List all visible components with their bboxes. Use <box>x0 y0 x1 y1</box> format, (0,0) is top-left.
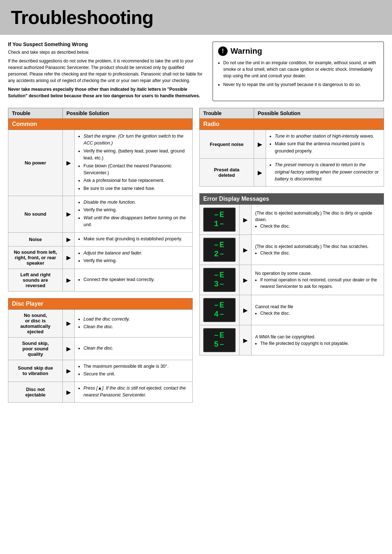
right-tables: Trouble Possible Solution Radio Frequent… <box>199 108 384 362</box>
disc-label: Disc Player <box>8 298 193 309</box>
radio-table: Trouble Possible Solution Radio Frequent… <box>199 108 384 187</box>
error-code-e3: –E 3– <box>200 265 240 295</box>
error-code-e5: –E 5– <box>200 325 240 355</box>
error-desc-e5: A WMA file can be copyrighted. The file … <box>252 325 384 355</box>
table-row: No sound,or disc isautomaticallyejected … <box>8 309 193 337</box>
error-desc-e4: Cannot read the file Check the disc. <box>252 295 384 325</box>
trouble-label-noise: Noise <box>8 232 63 246</box>
table-row: –E 2– ▶ (The disc is ejected automatical… <box>200 235 384 265</box>
warning-item-1: Do not use the unit in an irregular cond… <box>223 60 378 79</box>
sol-item: Clean the disc. <box>83 324 114 329</box>
sol-item: Adjust the balance and fader. <box>83 250 142 256</box>
warning-icon: ! <box>218 46 228 56</box>
solution-sound-skip: Clean the disc. <box>75 337 193 360</box>
led-display-e4: –E 4– <box>203 298 236 322</box>
table-row: No sound from left, right, front, or rea… <box>8 246 193 269</box>
sol-item: The preset memory is cleared to return t… <box>275 162 379 182</box>
trouble-label-reversed: Left and rightsounds arereversed <box>8 269 63 291</box>
arrow-icon: ▶ <box>63 269 75 291</box>
arrow-icon: ▶ <box>63 360 75 382</box>
error-code-e2: –E 2– <box>200 235 240 265</box>
sol-item: Check the disc. <box>260 310 380 317</box>
warning-title: ! Warning <box>218 46 378 56</box>
arrow-icon: ▶ <box>63 309 75 337</box>
sol-item: Verify the wiring. (battery lead, power … <box>83 148 189 162</box>
radio-table-header: Trouble Possible Solution <box>200 108 384 119</box>
intro-left: If You Suspect Something Wrong Check and… <box>8 41 204 101</box>
sol-item: Verify the wiring. <box>83 207 189 213</box>
solution-no-sound: Disable the mute function. Verify the wi… <box>75 196 193 233</box>
table-row: Left and rightsounds arereversed ▶ Conne… <box>8 269 193 291</box>
arrow-icon: ▶ <box>63 382 75 403</box>
trouble-label-sound-vibration: Sound skip dueto vibration <box>8 360 63 382</box>
common-table: Trouble Possible Solution Common No powe… <box>8 108 193 292</box>
error-code-e1: –E 1– <box>200 205 240 235</box>
trouble-label-disc-eject: Disc notejectable <box>8 382 63 403</box>
warning-list: Do not use the unit in an irregular cond… <box>218 60 378 88</box>
solution-disc-no-sound: Load the disc correctly. Clean the disc. <box>75 309 193 337</box>
page-title: Troubleshooting <box>11 7 381 28</box>
arrow-icon: ▶ <box>63 130 75 196</box>
intro-para2: If the described suggestions do not solv… <box>8 58 204 84</box>
error-table: Error Display Messages –E 1– ▶ (The disc… <box>199 193 384 355</box>
page: Troubleshooting If You Suspect Something… <box>0 0 392 417</box>
sol-item: Start the engine. (Or turn the ignition … <box>83 134 183 146</box>
table-row: –E 4– ▶ Cannot read the file Check the d… <box>200 295 384 325</box>
arrow-icon: ▶ <box>240 205 252 235</box>
error-desc-e1: (The disc is ejected automatically.) The… <box>252 205 384 235</box>
left-tables: Trouble Possible Solution Common No powe… <box>8 108 193 409</box>
radio-label: Radio <box>200 119 384 130</box>
common-table-header: Trouble Possible Solution <box>8 108 193 119</box>
solution-no-power: Start the engine. (Or turn the ignition … <box>75 130 193 196</box>
table-row: Sound skip dueto vibration ▶ The maximum… <box>8 360 193 382</box>
sol-item: The file protected by copyright is not p… <box>260 340 380 347</box>
solution-frequent-noise: Tune in to another station of high-inten… <box>266 130 384 159</box>
table-row: No sound ▶ Disable the mute function. Ve… <box>8 196 193 233</box>
arrow-icon: ▶ <box>240 235 252 265</box>
solution-col-header: Possible Solution <box>63 108 193 119</box>
bold-warning: Never take measures especially those oth… <box>8 86 204 99</box>
error-desc-e3: No operation by some cause. If normal op… <box>252 265 384 295</box>
error-code-e4: –E 4– <box>200 295 240 325</box>
arrow-icon: ▶ <box>63 337 75 360</box>
trouble-label-no-sound-channels: No sound from left, right, front, or rea… <box>8 246 63 269</box>
arrow-icon: ▶ <box>254 159 266 187</box>
error-desc-e2: (The disc is ejected automatically.) The… <box>252 235 384 265</box>
sol-item: Make sure that grounding is established … <box>83 236 189 243</box>
arrow-icon: ▶ <box>63 196 75 233</box>
warning-box: ! Warning Do not use the unit in an irre… <box>212 41 384 101</box>
sol-item: Secure the unit. <box>83 371 189 378</box>
common-label: Common <box>8 119 193 130</box>
table-row: –E 3– ▶ No operation by some cause. If n… <box>200 265 384 295</box>
arrow-icon: ▶ <box>254 130 266 159</box>
solution-no-sound-channels: Adjust the balance and fader. Verify the… <box>75 246 193 269</box>
led-display-e2: –E 2– <box>203 238 236 262</box>
table-row: Sound skip,poor soundquality ▶ Clean the… <box>8 337 193 360</box>
table-row: No power ▶ Start the engine. (Or turn th… <box>8 130 193 196</box>
led-display-e5: –E 5– <box>203 328 236 352</box>
arrow-icon: ▶ <box>240 265 252 295</box>
common-section-header: Common <box>8 119 193 130</box>
sol-item: The maximum permissible tilt angle is 30… <box>83 363 189 370</box>
trouble-col-header-r: Trouble <box>200 108 254 119</box>
trouble-label-frequent-noise: Frequent noise <box>200 130 254 159</box>
led-display-e3: –E 3– <box>203 268 236 292</box>
table-row: Frequent noise ▶ Tune in to another stat… <box>200 130 384 159</box>
disc-section-header: Disc Player <box>8 298 193 309</box>
sol-item: If normal operation is not restored, con… <box>260 277 380 290</box>
trouble-label-sound-skip: Sound skip,poor soundquality <box>8 337 63 360</box>
solution-col-header-r: Possible Solution <box>254 108 384 119</box>
table-row: –E 1– ▶ (The disc is ejected automatical… <box>200 205 384 235</box>
main-content: If You Suspect Something Wrong Check and… <box>0 41 392 417</box>
solution-noise: Make sure that grounding is established … <box>75 232 193 246</box>
led-display-e1: –E 1– <box>203 208 236 232</box>
sol-item: Make sure that the antenna mounted point… <box>275 140 380 155</box>
table-row: –E 5– ▶ A WMA file can be copyrighted. T… <box>200 325 384 355</box>
table-row: Noise ▶ Make sure that grounding is esta… <box>8 232 193 246</box>
solution-preset-deleted: The preset memory is cleared to return t… <box>266 159 384 187</box>
error-section-header: Error Display Messages <box>200 194 384 205</box>
radio-section-header: Radio <box>200 119 384 130</box>
arrow-icon: ▶ <box>240 295 252 325</box>
sol-item: Be sure to use the same rated fuse. <box>83 185 189 192</box>
sol-item: Fuse blown (Contact the nearest Panasoni… <box>83 163 189 177</box>
